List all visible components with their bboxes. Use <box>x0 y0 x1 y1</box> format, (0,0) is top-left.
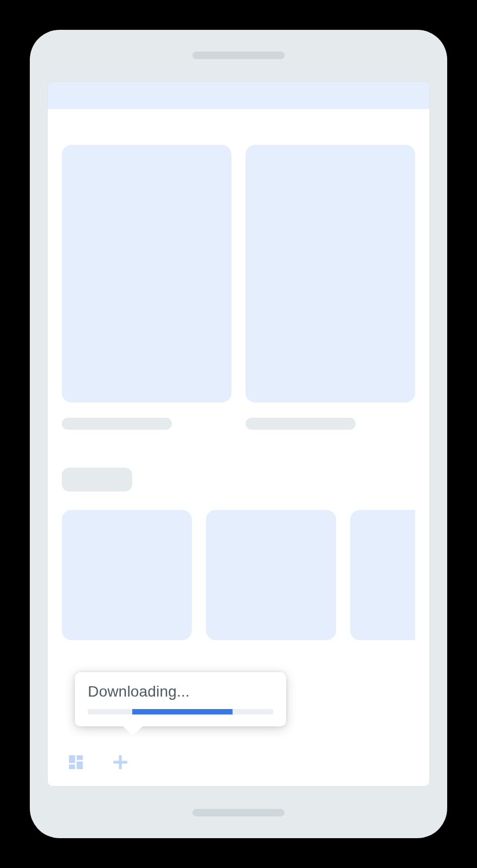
card-row-top <box>62 145 415 403</box>
svg-rect-0 <box>69 755 75 763</box>
label-row <box>62 418 415 430</box>
bottom-nav <box>48 738 429 786</box>
progress-track <box>88 709 273 714</box>
dashboard-icon[interactable] <box>65 751 87 773</box>
card-placeholder[interactable] <box>350 510 415 640</box>
card-placeholder[interactable] <box>246 145 415 403</box>
text-placeholder <box>62 418 172 430</box>
card-placeholder[interactable] <box>206 510 336 640</box>
svg-rect-1 <box>76 755 82 760</box>
svg-rect-5 <box>113 761 127 763</box>
card-row-bottom <box>62 510 415 640</box>
section-title-placeholder <box>62 468 132 492</box>
download-tooltip: Downloading... <box>75 672 286 726</box>
main-content <box>48 109 429 654</box>
progress-bar <box>132 709 233 714</box>
svg-rect-3 <box>69 764 75 769</box>
app-screen: Downloading... <box>47 81 430 787</box>
plus-icon[interactable] <box>109 751 131 773</box>
svg-rect-2 <box>76 762 82 769</box>
tooltip-label: Downloading... <box>88 683 273 700</box>
card-placeholder[interactable] <box>62 145 231 403</box>
text-placeholder <box>246 418 356 430</box>
speaker-top <box>192 52 285 59</box>
phone-frame: Downloading... <box>30 30 447 838</box>
speaker-bottom <box>192 809 285 816</box>
card-placeholder[interactable] <box>62 510 192 640</box>
status-bar <box>48 82 429 109</box>
